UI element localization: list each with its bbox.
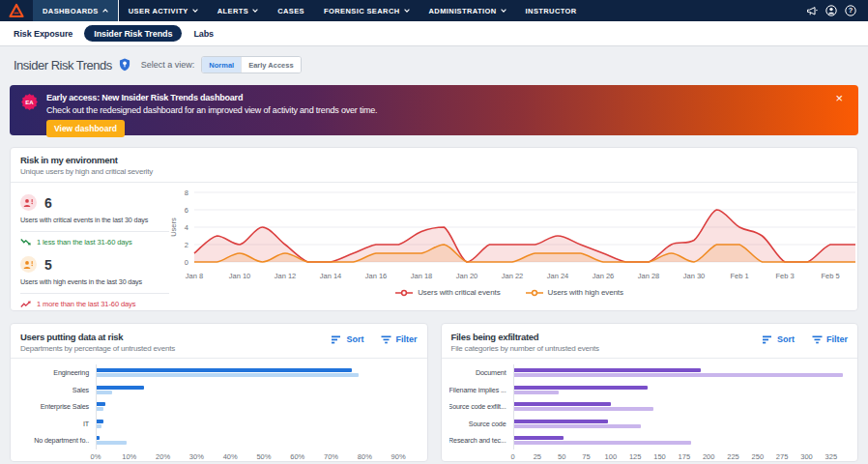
user-alert-icon [23,198,34,208]
x-tick: 80% [358,452,372,461]
banner-title: Early access: New Insider Risk Trends da… [46,93,377,102]
bar-chart: DocumentFilename implies ...Source code … [442,359,858,463]
chart-legend: Users with critical eventsUsers with hig… [169,288,850,297]
card-header: Users putting data at riskDepartments by… [11,324,427,359]
view-selector-label: Select a view: [141,60,195,70]
stat-icon [20,256,37,273]
legend-marker-icon [526,289,543,297]
chevron-down-icon [252,9,258,13]
legend-item-users-with-high-events[interactable]: Users with high events [526,288,623,297]
svg-text:4: 4 [185,223,188,232]
x-tick: 200 [703,452,715,461]
bar-primary [514,420,609,423]
bar-secondary [97,441,127,445]
svg-text:Jan 22: Jan 22 [502,272,524,280]
stat-label: Users with high events in the last 30 da… [20,277,169,286]
bar-secondary [97,391,112,394]
app-logo[interactable] [0,0,33,21]
bar-secondary [514,373,843,377]
bar-row [514,398,847,416]
user-alert-icon [23,260,34,270]
svg-text:Jan 18: Jan 18 [411,272,433,280]
svg-text:Jan 30: Jan 30 [683,272,706,280]
risk-stat-critical: 6Users with critical events in the last … [20,194,169,246]
svg-text:Feb 3: Feb 3 [775,272,794,280]
bar-secondary [514,424,641,428]
svg-text:Jan 8: Jan 8 [186,272,203,280]
help-icon[interactable]: ? [845,5,856,16]
bar-row [97,364,416,382]
bar-secondary [514,391,559,394]
announcements-icon[interactable] [806,6,818,16]
filter-button[interactable]: Filter [812,334,848,344]
nav-item-forensic-search[interactable]: FORENSIC SEARCH [314,0,420,21]
x-tick: 300 [800,452,813,461]
legend-item-users-with-critical-events[interactable]: Users with critical events [395,288,500,297]
banner-close-icon[interactable]: × [835,91,843,105]
category-label: Source code [449,416,513,433]
bar-row [514,382,847,399]
svg-text:Jan 14: Jan 14 [320,272,342,280]
stat-trend: 1 less than the last 31-60 days [20,238,169,246]
early-access-banner: EA Early access: New Insider Risk Trends… [10,85,858,135]
legend-marker-icon [395,289,413,297]
view-dashboard-button[interactable]: View dashboard [46,120,125,137]
bar-primary [514,402,611,406]
x-tick: 175 [679,452,691,461]
page-header: Insider Risk Trends Select a view: Norma… [14,52,854,77]
filter-icon [812,335,823,344]
filter-button[interactable]: Filter [381,334,417,344]
stat-value: 6 [44,195,52,211]
svg-text:Jan 16: Jan 16 [365,272,388,280]
nav-item-alerts[interactable]: ALERTS [208,0,268,21]
svg-text:Jan 28: Jan 28 [638,272,660,280]
x-tick: 0% [91,452,101,461]
x-tick: 40% [223,452,238,461]
x-tick: 20% [156,452,170,461]
svg-text:Users: Users [169,218,178,237]
risk-card-title: Risk in my environment [20,155,848,165]
category-label: Engineering [18,364,96,382]
x-tick: 50 [558,452,565,461]
nav-item-administration[interactable]: ADMINISTRATION [420,0,516,21]
category-label: Filename implies ... [449,382,513,399]
users-putting-data-at-risk-card: Users putting data at riskDepartments by… [10,323,428,462]
view-option-early-access[interactable]: Early Access [241,57,300,72]
nav-item-instructor[interactable]: INSTRUCTOR [516,0,587,21]
risk-card-subtitle: Unique users by high and critical severi… [20,167,848,176]
category-label: IT [18,416,96,433]
page-title: Insider Risk Trends [14,58,112,72]
sort-button[interactable]: Sort [763,334,795,344]
tab-insider-risk-trends[interactable]: Insider Risk Trends [84,25,182,42]
bar-row [97,398,416,416]
bar-secondary [514,407,653,411]
bar-primary [514,368,702,372]
svg-text:6: 6 [185,206,188,215]
category-label: Document [449,364,513,382]
nav-item-dashboards[interactable]: DASHBOARDS [33,0,119,21]
nav-item-cases[interactable]: CASES [268,0,314,21]
bar-primary [514,436,564,440]
logo-icon [9,3,24,18]
nav-item-label: USER ACTIVITY [129,7,188,15]
svg-text:Jan 12: Jan 12 [275,272,297,280]
x-tick: 60% [290,452,304,461]
nav-item-label: INSTRUCTOR [526,7,577,15]
card-header: Files being exfiltratedFile categories b… [442,324,858,359]
navbar-actions: ? [806,0,868,21]
view-option-normal[interactable]: Normal [202,57,241,72]
bar-row [514,432,847,450]
user-account-icon[interactable] [825,5,837,16]
svg-text:2: 2 [185,241,188,249]
nav-item-user-activity[interactable]: USER ACTIVITY [119,0,208,21]
x-tick: 100 [605,452,618,461]
bar-secondary [514,441,692,445]
sort-button[interactable]: Sort [332,334,363,344]
tab-labs[interactable]: Labs [193,25,214,43]
trend-down-icon [20,238,32,246]
bar-primary [97,368,352,372]
svg-text:Jan 10: Jan 10 [229,272,251,280]
tab-risk-exposure[interactable]: Risk Exposure [14,25,72,43]
risk-stat-high: 5Users with high events in the last 30 d… [20,256,169,308]
stat-icon [20,194,37,211]
